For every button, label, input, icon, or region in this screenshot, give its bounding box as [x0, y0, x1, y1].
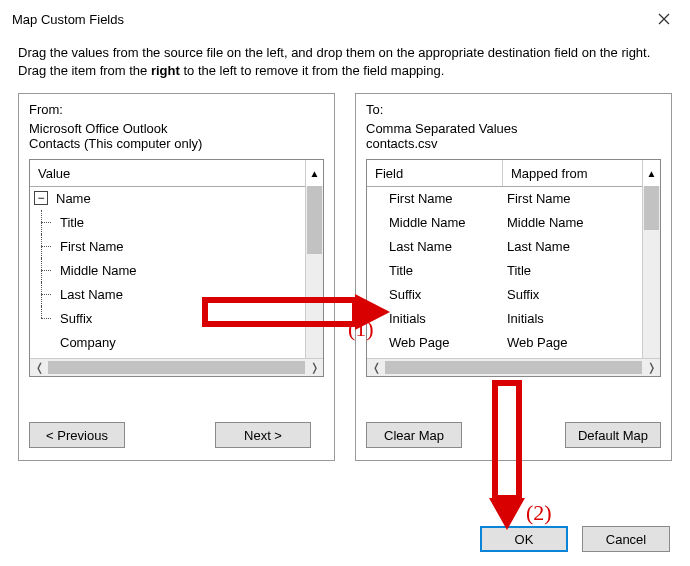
to-dest-line1: Comma Separated Values [366, 121, 661, 136]
field-cell: First Name [367, 191, 503, 206]
to-list-body[interactable]: First NameFirst NameMiddle NameMiddle Na… [367, 186, 643, 359]
dialog-title: Map Custom Fields [12, 12, 648, 27]
dialog-window: Map Custom Fields Drag the values from t… [0, 0, 690, 566]
close-icon[interactable] [648, 8, 680, 30]
tree-item-label: Last Name [58, 287, 123, 302]
table-row[interactable]: InitialsInitials [367, 306, 643, 330]
chevron-up-icon[interactable]: ▲ [306, 160, 323, 186]
table-row[interactable]: Web PageWeb Page [367, 330, 643, 354]
to-list-header[interactable]: Field Mapped from ▲ [367, 160, 660, 187]
table-row[interactable]: First NameFirst Name [367, 186, 643, 210]
table-row[interactable]: TitleTitle [367, 258, 643, 282]
scroll-left-icon[interactable]: ❬ [30, 361, 48, 374]
from-buttons: < Previous Next > [29, 422, 324, 448]
tree-item[interactable]: Suffix [30, 306, 306, 330]
tree-branch-icon [30, 282, 58, 306]
tree-item[interactable]: Title [30, 210, 306, 234]
table-row[interactable]: Middle NameMiddle Name [367, 210, 643, 234]
ok-button[interactable]: OK [480, 526, 568, 552]
scroll-right-icon[interactable]: ❭ [305, 361, 323, 374]
default-map-button[interactable]: Default Map [565, 422, 661, 448]
to-panel: To: Comma Separated Values contacts.csv … [355, 93, 672, 461]
tree-item-label: Title [58, 215, 84, 230]
instr-part2: to the left to remove it from the field … [180, 63, 444, 78]
mapped-from-cell: Initials [503, 311, 643, 326]
from-list-body[interactable]: −NameTitleFirst NameMiddle NameLast Name… [30, 186, 306, 359]
scrollbar-thumb[interactable] [48, 361, 305, 374]
previous-button[interactable]: < Previous [29, 422, 125, 448]
from-header-value[interactable]: Value [30, 160, 306, 186]
to-buttons: Clear Map Default Map [366, 422, 661, 448]
tree-branch-icon [30, 306, 58, 330]
tree-branch-icon [30, 210, 58, 234]
tree-branch-icon [30, 258, 58, 282]
tree-item-label: Company [58, 335, 116, 350]
scrollbar-thumb[interactable] [644, 186, 659, 230]
field-cell: Title [367, 263, 503, 278]
dialog-buttons: OK Cancel [480, 526, 670, 552]
to-dest-line2: contacts.csv [366, 136, 661, 151]
instr-bold: right [151, 63, 180, 78]
clear-map-button[interactable]: Clear Map [366, 422, 462, 448]
annotation-label-2: (2) [526, 500, 552, 526]
mapped-from-cell: Last Name [503, 239, 643, 254]
chevron-up-icon[interactable]: ▲ [643, 160, 660, 186]
from-label: From: [29, 102, 324, 117]
mapped-from-cell: Middle Name [503, 215, 643, 230]
to-label: To: [366, 102, 661, 117]
tree-item-root[interactable]: −Name [30, 186, 306, 210]
from-vertical-scrollbar[interactable] [305, 186, 323, 359]
mapped-from-cell: Title [503, 263, 643, 278]
field-cell: Web Page [367, 335, 503, 350]
tree-item-label: Middle Name [58, 263, 137, 278]
tree-item[interactable]: Middle Name [30, 258, 306, 282]
tree-item[interactable]: Company [30, 330, 306, 354]
cancel-button[interactable]: Cancel [582, 526, 670, 552]
to-header-mapped[interactable]: Mapped from [503, 160, 643, 186]
from-list-header[interactable]: Value ▲ [30, 160, 323, 187]
to-horizontal-scrollbar[interactable]: ❬ ❭ [367, 358, 660, 376]
field-cell: Suffix [367, 287, 503, 302]
scrollbar-thumb[interactable] [307, 186, 322, 254]
from-source-line2: Contacts (This computer only) [29, 136, 324, 151]
panels-container: From: Microsoft Office Outlook Contacts … [0, 83, 690, 467]
scrollbar-thumb[interactable] [385, 361, 642, 374]
tree-item[interactable]: Last Name [30, 282, 306, 306]
to-vertical-scrollbar[interactable] [642, 186, 660, 359]
tree-item[interactable]: First Name [30, 234, 306, 258]
mapped-from-cell: First Name [503, 191, 643, 206]
tree-item-label: First Name [58, 239, 124, 254]
tree-item-label: Name [54, 191, 91, 206]
scroll-left-icon[interactable]: ❬ [367, 361, 385, 374]
tree-item-label: Suffix [58, 311, 92, 326]
to-header-field[interactable]: Field [367, 160, 503, 186]
scroll-right-icon[interactable]: ❭ [642, 361, 660, 374]
field-cell: Last Name [367, 239, 503, 254]
instructions-text: Drag the values from the source file on … [0, 36, 690, 83]
mapped-from-cell: Suffix [503, 287, 643, 302]
titlebar: Map Custom Fields [0, 0, 690, 36]
from-source-line1: Microsoft Office Outlook [29, 121, 324, 136]
from-panel: From: Microsoft Office Outlook Contacts … [18, 93, 335, 461]
to-listbox[interactable]: Field Mapped from ▲ First NameFirst Name… [366, 159, 661, 377]
from-listbox[interactable]: Value ▲ −NameTitleFirst NameMiddle NameL… [29, 159, 324, 377]
tree-branch-icon [30, 234, 58, 258]
field-cell: Initials [367, 311, 503, 326]
field-cell: Middle Name [367, 215, 503, 230]
table-row[interactable]: Last NameLast Name [367, 234, 643, 258]
table-row[interactable]: SuffixSuffix [367, 282, 643, 306]
mapped-from-cell: Web Page [503, 335, 643, 350]
from-horizontal-scrollbar[interactable]: ❬ ❭ [30, 358, 323, 376]
next-button[interactable]: Next > [215, 422, 311, 448]
collapse-icon[interactable]: − [34, 191, 48, 205]
